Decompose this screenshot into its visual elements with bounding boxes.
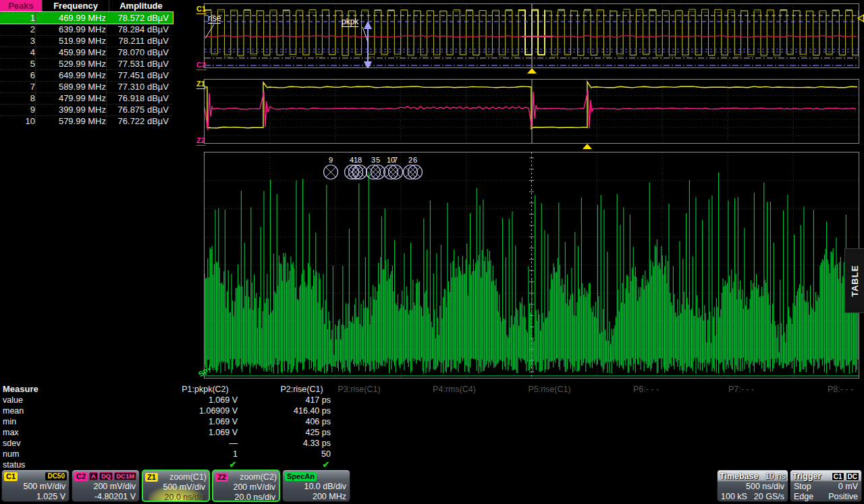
peak-amplitude: 76.875 dBµV — [106, 105, 171, 115]
measure-value: 1.06909 V — [150, 405, 238, 416]
measure-col-header-p5[interactable]: P5:rise(C1) — [528, 384, 570, 395]
trigger-type: Edge — [794, 492, 813, 502]
measure-col-header-p3[interactable]: P3:rise(C1) — [338, 384, 380, 395]
c1-offset: 1.025 V — [2, 492, 69, 502]
oscilloscope-screen: Peaks Frequency Amplitude 1 469.99 MHz 7… — [0, 0, 864, 504]
peak-frequency: 639.99 MHz — [35, 24, 106, 35]
rise-annotation-label[interactable]: rise — [208, 14, 221, 24]
svg-text:2: 2 — [408, 156, 412, 164]
peak-row[interactable]: 6 649.99 MHz 77.451 dBµV — [0, 69, 173, 81]
peak-row[interactable]: 2 639.99 MHz 78.284 dBµV — [0, 24, 173, 35]
peak-row[interactable]: 9 399.99 MHz 76.875 dBµV — [0, 104, 173, 115]
measure-value: 1.069 V — [150, 395, 238, 405]
z2-chip: Z2 — [215, 473, 228, 482]
timebase-descriptor[interactable]: Timebase 10 ns 500 ns/div 100 kS 20 GS/s — [717, 470, 788, 502]
svg-text:5: 5 — [376, 156, 380, 164]
measure-col-header-p4[interactable]: P4:rms(C4) — [433, 384, 476, 395]
peak-number: 2 — [0, 24, 35, 35]
peak-number: 6 — [0, 70, 35, 81]
c2-chip: C2 — [74, 472, 88, 481]
peak-row[interactable]: 5 529.99 MHz 77.531 dBµV — [0, 58, 173, 69]
measure-row-label: value — [3, 395, 111, 405]
measure-row-label: mean — [3, 405, 111, 416]
z2-source: zoom(C2) — [240, 472, 277, 482]
measure-col-header-p1[interactable]: P1:pkpk(C2) — [182, 384, 228, 395]
c2-badge-a: A — [89, 472, 98, 480]
peak-amplitude: 78.070 dBµV — [106, 47, 171, 58]
peak-row[interactable]: 4 459.99 MHz 78.070 dBµV — [0, 47, 173, 58]
peak-frequency: 519.99 MHz — [35, 36, 106, 47]
trace-label-z1[interactable]: Z1 — [196, 80, 206, 89]
specan-chip: SpecAn — [285, 472, 317, 481]
trigger-level-marker-icon[interactable] — [857, 14, 864, 22]
pkpk-annotation-label[interactable]: pkpk — [342, 18, 358, 27]
measure-values-p1: 1.069 V 1.06909 V 1.069 V 1.069 V — 1 — [150, 395, 238, 459]
measure-row-label: status — [3, 459, 111, 470]
trigger-level: 0 mV — [838, 482, 858, 492]
overview-waveform-panel[interactable] — [204, 3, 859, 68]
trigger-position-marker-icon[interactable] — [527, 68, 537, 74]
measure-col-header-p2[interactable]: P2:rise(C1) — [280, 384, 323, 395]
peak-amplitude: 77.531 dBµV — [106, 59, 171, 69]
table-button[interactable]: TABLE — [844, 248, 864, 313]
peak-row[interactable]: 10 579.99 MHz 76.722 dBµV — [0, 115, 173, 127]
measure-col-header-p6[interactable]: P6:- - - — [633, 384, 659, 395]
specan-scale: 10.0 dB/div — [283, 482, 350, 492]
svg-text:7: 7 — [394, 156, 398, 164]
c2-badge-dq: DQ — [99, 472, 113, 480]
measure-value: 416.40 ps — [243, 405, 331, 416]
measure-table: Measure value mean min max sdev num stat… — [0, 384, 864, 469]
peak-row[interactable]: 1 469.99 MHz 78.572 dBµV — [0, 12, 173, 24]
timebase-rate: 20 GS/s — [754, 492, 784, 502]
measure-value: — — [150, 438, 238, 449]
spectrum-panel[interactable]: 94183510726 — [204, 152, 859, 379]
trace-label-c1[interactable]: C1 — [196, 5, 207, 14]
measure-col-header-p7[interactable]: P7:- - - — [728, 384, 754, 395]
zoom-trigger-position-marker-icon[interactable] — [583, 144, 592, 149]
trace-label-z2[interactable]: Z2 — [196, 137, 206, 146]
measure-value: 406 ps — [243, 416, 331, 427]
peak-number: 7 — [0, 82, 35, 92]
z1-timebase: 20.0 ns/div — [143, 493, 209, 502]
z1-scale: 500 mV/div — [143, 482, 209, 493]
peak-marker-icon: 9 — [324, 156, 338, 179]
check-icon: ✔ — [323, 459, 330, 470]
peak-row[interactable]: 7 589.99 MHz 77.310 dBµV — [0, 81, 173, 92]
trigger-mode: Stop — [794, 482, 811, 492]
peaks-header-amplitude: Amplitude — [109, 0, 173, 11]
z2-timebase: 20.0 ns/div — [213, 493, 279, 502]
peak-number: 1 — [0, 13, 35, 24]
channel-descriptor-c2[interactable]: C2 A DQ DC1M 200 mV/div -4.80201 V — [72, 470, 140, 502]
trigger-slope: Positive — [828, 492, 858, 502]
measure-values-p2: 417 ps 416.40 ps 406 ps 425 ps 4.33 ps 5… — [243, 395, 331, 459]
timebase-scale: 500 ns/div — [718, 482, 788, 492]
channel-descriptor-c1[interactable]: C1 DC50 500 mV/div 1.025 V — [1, 470, 70, 502]
measure-row-labels: Measure value mean min max sdev num stat… — [3, 384, 111, 470]
channel-descriptor-specan[interactable]: SpecAn 10.0 dB/div 200 MHz — [282, 470, 350, 502]
channel-descriptor-z1[interactable]: Z1 zoom(C1) 500 mV/div 20.0 ns/div — [142, 470, 210, 502]
peak-amplitude: 76.918 dBµV — [106, 93, 171, 104]
measure-col-header-p8[interactable]: P8:- - - — [828, 384, 853, 395]
c1-coupling-badge: DC50 — [45, 472, 67, 480]
peak-number: 9 — [0, 105, 35, 115]
peaks-header-frequency: Frequency — [42, 0, 109, 11]
channel-descriptor-z2[interactable]: Z2 zoom(C2) 200 mV/div 20.0 ns/div — [212, 470, 280, 502]
peak-frequency: 399.99 MHz — [35, 105, 106, 115]
trigger-label: Trigger — [792, 472, 821, 481]
trace-label-c2[interactable]: C2 — [196, 61, 207, 70]
peaks-header-title: Peaks — [0, 0, 42, 11]
peak-frequency: 529.99 MHz — [35, 59, 106, 69]
trigger-coupling-badge: DC — [846, 472, 859, 481]
measure-row-label: sdev — [3, 438, 111, 449]
peak-row[interactable]: 3 519.99 MHz 78.211 dBµV — [0, 35, 173, 47]
c1-chip: C1 — [4, 472, 18, 481]
zoom-waveform-panel[interactable] — [204, 79, 859, 144]
peak-number: 4 — [0, 47, 35, 58]
svg-text:3: 3 — [371, 156, 375, 164]
timebase-label: Timebase — [720, 472, 758, 481]
timebase-samples: 100 kS — [721, 492, 747, 502]
trigger-descriptor[interactable]: Trigger C1 DC Stop 0 mV Edge Positive — [790, 470, 862, 502]
measure-row-label: max — [3, 427, 111, 438]
measure-row-label: num — [3, 449, 111, 459]
peak-row[interactable]: 8 479.99 MHz 76.918 dBµV — [0, 92, 173, 104]
